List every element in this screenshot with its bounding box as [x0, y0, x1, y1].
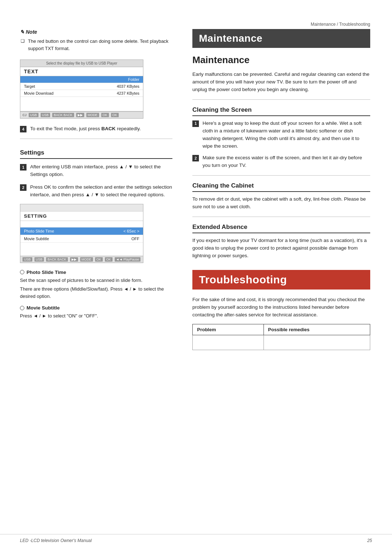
divider-settings [20, 139, 172, 139]
cleaning-screen-step2: 2 Make sure the excess water is off the … [192, 154, 370, 169]
troubleshooting-table: Problem Possible remedies [192, 324, 370, 350]
step-badge-s1: 1 [20, 164, 26, 171]
settings-row-subtitle: Movie Subtitle OFF [20, 235, 143, 243]
note-section: ✎ Note The red button on the control can… [20, 29, 172, 52]
table-body-empty [193, 335, 264, 350]
cleaning-cabinet-text: To remove dirt or dust, wipe the cabinet… [192, 196, 370, 211]
cleaning-screen-heading: Cleaning the Screen [192, 106, 370, 116]
movie-subtitle-section: Movie Subtitle Press ◄ / ► to select "ON… [20, 305, 172, 320]
table-header-problem: Problem [193, 324, 264, 335]
step-badge-4: 4 [20, 126, 26, 132]
step-badge-s2: 2 [20, 184, 26, 191]
bullet-icon-photo [20, 270, 24, 274]
note-list: The red button on the control can doing … [20, 38, 172, 52]
troubleshooting-banner: Troubleshooting [192, 270, 370, 290]
settings-step2: 2 Press OK to confirm the selection and … [20, 184, 172, 199]
cleaning-cabinet-heading: Cleaning the Cabinet [192, 182, 370, 192]
settings-footer: USB USB BACK BACK ▶▶ MODE OK OK ◄◄ PlayP… [20, 256, 143, 263]
exit-step-text: To exit the Text mode, just press BACK r… [30, 125, 141, 133]
screen-row-folder: Folder [20, 76, 143, 83]
note-item: The red button on the control can doing … [20, 38, 172, 52]
settings-step2-text: Press OK to confirm the selection and en… [30, 184, 172, 199]
settings-header: SETTING [20, 212, 143, 221]
cleaning-screen-step1-text: Here's a great way to keep the dust off … [203, 120, 370, 150]
text-screen-mockup: Select the display file by USB to USB Pl… [20, 59, 143, 119]
footer-right: 25 [367, 538, 372, 543]
maintenance-banner: Maintenance [192, 29, 370, 48]
extended-absence-heading: Extended Absence [192, 223, 370, 233]
maintenance-h2: Maintenance [192, 54, 370, 66]
photo-slide-time-section: Photo Slide Time Set the scan speed of p… [20, 270, 172, 300]
divider-cleaning-cabinet [192, 175, 370, 176]
table-header-remedies: Possible remedies [264, 324, 370, 335]
divider-cleaning-screen [192, 99, 370, 100]
screen-row-movie-download: Movie Download 4237 KBytes [20, 90, 143, 97]
note-title: ✎ Note [20, 29, 172, 35]
cleaning-screen-step2-text: Make sure the excess water is off the sc… [203, 154, 370, 169]
num-badge-2: 2 [192, 155, 199, 161]
breadcrumb: Maintenance / Troubleshooting [311, 22, 370, 27]
screen-footer: CJ USB USB BACK BACK ▶▶ MODE OK OK [20, 111, 143, 118]
settings-section: Settings 1 After entering USB main inter… [20, 149, 172, 320]
movie-subtitle-text: Press ◄ / ► to select "ON" or "OFF". [20, 312, 172, 320]
screen-title-bar: Select the display file by USB to USB Pl… [20, 60, 143, 67]
screen-row-target: Target 4037 KBytes [20, 83, 143, 90]
settings-heading: Settings [20, 149, 172, 159]
settings-step1: 1 After entering USB main interface, pre… [20, 163, 172, 178]
left-column: ✎ Note The red button on the control can… [20, 29, 172, 321]
note-pencil-icon: ✎ [20, 29, 24, 35]
footer-left: LED -LCD television Owner's Manual [20, 538, 92, 543]
settings-row-photo: Photo Slide Time < 6Sec > [20, 227, 143, 235]
num-badge-1: 1 [192, 120, 199, 127]
settings-screen-mockup: SETTING Photo Slide Time < 6Sec > Movie … [20, 204, 143, 263]
settings-step1-text: After entering USB main interface, press… [30, 163, 172, 178]
extended-absence-text: If you expect to leave your TV dormant f… [192, 237, 370, 260]
screen-header-text: TEXT [20, 67, 143, 76]
divider-extended-absence [192, 217, 370, 217]
troubleshooting-intro: For the sake of time and cost, it is str… [192, 296, 370, 319]
movie-subtitle-title: Movie Subtitle [20, 305, 172, 311]
photo-slide-time-title: Photo Slide Time [20, 270, 172, 275]
cleaning-screen-step1: 1 Here's a great way to keep the dust of… [192, 120, 370, 150]
right-column: Maintenance Maintenance Early malfunctio… [192, 29, 370, 350]
maintenance-intro: Early malfunctions can be prevented. Car… [192, 71, 370, 94]
photo-slide-time-text2: There are three options (Middle/Slow/fas… [20, 286, 172, 300]
photo-slide-time-text1: Set the scan speed of pictures to be sca… [20, 277, 172, 284]
exit-step: 4 To exit the Text mode, just press BACK… [20, 125, 172, 133]
page-footer: LED -LCD television Owner's Manual 25 [0, 534, 392, 543]
bullet-icon-movie [20, 306, 24, 310]
